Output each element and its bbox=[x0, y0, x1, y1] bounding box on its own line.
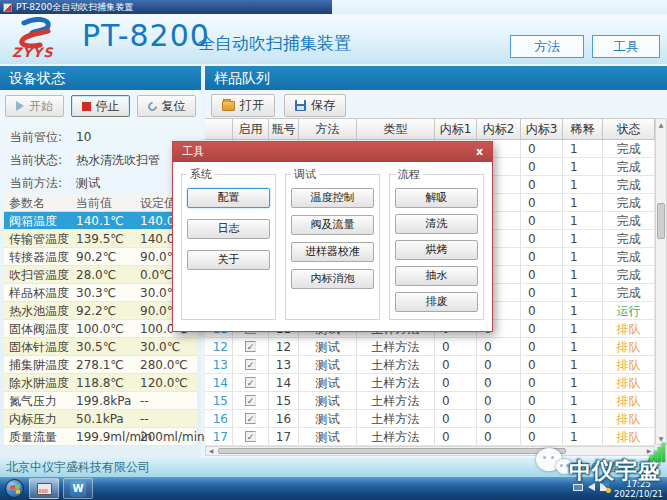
dialog-button[interactable]: 抽水 bbox=[395, 266, 478, 286]
queue-row[interactable]: 15✓15测试土样方法0001排队 bbox=[205, 392, 655, 410]
queue-row[interactable]: 13✓13测试土样方法0001排队 bbox=[205, 356, 655, 374]
status-cell: 完成 bbox=[603, 248, 655, 265]
param-name: 除水阱温度 bbox=[4, 374, 76, 391]
speaker-icon[interactable] bbox=[588, 483, 595, 491]
dialog-button[interactable]: 阀及流量 bbox=[291, 215, 374, 235]
stop-button[interactable]: 停止 bbox=[71, 95, 130, 117]
scroll-up-icon[interactable]: ▲ bbox=[656, 119, 666, 130]
is1-cell: 0 bbox=[435, 338, 477, 355]
keyboard-icon[interactable] bbox=[573, 484, 583, 491]
dialog-button[interactable]: 温度控制 bbox=[291, 188, 374, 208]
reset-button[interactable]: 复位 bbox=[137, 95, 196, 117]
dialog-group-0: 系统配置日志关于 bbox=[181, 174, 276, 320]
vertical-scroll-thumb[interactable] bbox=[657, 203, 665, 239]
queue-row[interactable]: 12✓12测试土样方法0001排队 bbox=[205, 338, 655, 356]
is1-cell: 0 bbox=[435, 356, 477, 373]
status-cell: 排队 bbox=[603, 356, 655, 373]
param-row[interactable]: 内标压力50.1kPa-- bbox=[4, 410, 197, 428]
param-row[interactable]: 转接器温度90.2℃90.0℃ bbox=[4, 248, 197, 266]
queue-row[interactable]: 16✓16测试土样方法0001排队 bbox=[205, 410, 655, 428]
dialog-button[interactable]: 排废 bbox=[395, 292, 478, 312]
queue-table-header: 启用 瓶号 方法 类型 内标1 内标2 内标3 稀释 状态 bbox=[205, 118, 655, 140]
queue-header-is3: 内标3 bbox=[521, 119, 563, 139]
param-set: 280.0℃ bbox=[140, 356, 195, 373]
param-row[interactable]: 吹扫管温度28.0℃0.0℃ bbox=[4, 266, 197, 284]
param-row[interactable]: 除水阱温度118.8℃120.0℃ bbox=[4, 374, 197, 392]
tools-dialog-titlebar[interactable]: 工具 x bbox=[173, 142, 492, 162]
taskbar-clock[interactable]: 17:25 2022/10/21 bbox=[614, 479, 663, 499]
queue-header-is1: 内标1 bbox=[435, 119, 477, 139]
start-button-orb[interactable] bbox=[5, 479, 24, 498]
tools-button[interactable]: 工具 bbox=[592, 35, 660, 58]
close-icon[interactable]: x bbox=[476, 143, 483, 161]
param-row[interactable]: 固体阀温度100.0℃100.0℃ bbox=[4, 320, 197, 338]
scroll-right-icon[interactable]: ▶ bbox=[644, 447, 654, 455]
enable-checkbox[interactable]: ✓ bbox=[233, 428, 269, 445]
checkbox-icon[interactable]: ✓ bbox=[245, 341, 256, 352]
is3-cell: 0 bbox=[521, 176, 563, 193]
status-cell: 排队 bbox=[603, 428, 655, 445]
taskbar-app-button[interactable] bbox=[29, 478, 59, 499]
comm-status: 通讯正常 bbox=[606, 458, 650, 477]
dialog-button[interactable]: 烘烤 bbox=[395, 240, 478, 260]
dialog-button[interactable]: 内标消泡 bbox=[291, 269, 374, 289]
queue-row[interactable]: 14✓14测试土样方法0001排队 bbox=[205, 374, 655, 392]
status-cell: 排队 bbox=[603, 392, 655, 409]
dialog-button[interactable]: 清洗 bbox=[395, 214, 478, 234]
w-app-icon: W bbox=[70, 481, 86, 497]
dialog-button[interactable]: 关于 bbox=[187, 250, 270, 270]
queue-header-enable: 启用 bbox=[233, 119, 269, 139]
scroll-left-icon[interactable]: ◀ bbox=[206, 447, 216, 455]
param-row[interactable]: 热水池温度92.2℃90.0℃ bbox=[4, 302, 197, 320]
param-current: 199.9ml/min bbox=[76, 428, 140, 445]
queue-row[interactable]: 17✓17测试土样方法0001排队 bbox=[205, 428, 655, 446]
dialog-button[interactable]: 日志 bbox=[187, 219, 270, 239]
save-button[interactable]: 保存 bbox=[284, 94, 346, 117]
method-cell: 测试 bbox=[299, 392, 357, 409]
method-button[interactable]: 方法 bbox=[510, 35, 584, 58]
open-button[interactable]: 打开 bbox=[211, 94, 275, 117]
dialog-button[interactable]: 解吸 bbox=[395, 188, 478, 208]
param-row[interactable]: 样品杯温度30.3℃30.0℃ bbox=[4, 284, 197, 302]
param-header-current: 当前值 bbox=[76, 194, 140, 211]
param-row[interactable]: 质量流量199.9ml/min200ml/min bbox=[4, 428, 197, 446]
enable-checkbox[interactable]: ✓ bbox=[233, 374, 269, 391]
network-icon[interactable] bbox=[600, 483, 609, 491]
status-code: 7160 bbox=[570, 458, 598, 477]
checkbox-icon[interactable]: ✓ bbox=[245, 395, 256, 406]
start-button[interactable]: 开始 bbox=[5, 95, 64, 117]
param-row[interactable]: 固体针温度30.5℃30.0℃ bbox=[4, 338, 197, 356]
checkbox-icon[interactable]: ✓ bbox=[245, 431, 256, 442]
horizontal-scrollbar[interactable]: ◀ ▶ bbox=[205, 446, 655, 456]
checkbox-icon[interactable]: ✓ bbox=[245, 359, 256, 370]
row-index: 14 bbox=[205, 374, 233, 391]
dilution-cell: 1 bbox=[563, 338, 603, 355]
param-row[interactable]: 传输管温度139.5℃140.0℃ bbox=[4, 230, 197, 248]
type-cell: 土样方法 bbox=[357, 392, 435, 409]
param-row[interactable]: 捕集阱温度278.1℃280.0℃ bbox=[4, 356, 197, 374]
start-button-label: 开始 bbox=[29, 98, 53, 115]
checkbox-icon[interactable]: ✓ bbox=[245, 377, 256, 388]
dialog-button[interactable]: 进样器校准 bbox=[291, 242, 374, 262]
bottle-number: 13 bbox=[269, 356, 299, 373]
param-row[interactable]: 氮气压力199.8kPa-- bbox=[4, 392, 197, 410]
status-cell: 完成 bbox=[603, 230, 655, 247]
param-set: 30.0℃ bbox=[140, 338, 195, 355]
tools-dialog: 工具 x 系统配置日志关于调试温度控制阀及流量进样器校准内标消泡流程解吸清洗烘烤… bbox=[172, 141, 493, 332]
is1-cell: 0 bbox=[435, 428, 477, 445]
param-row[interactable]: 阀箱温度140.1℃140.0℃ bbox=[4, 212, 197, 230]
checkbox-icon[interactable]: ✓ bbox=[245, 413, 256, 424]
queue-header-is2: 内标2 bbox=[477, 119, 521, 139]
enable-checkbox[interactable]: ✓ bbox=[233, 338, 269, 355]
enable-checkbox[interactable]: ✓ bbox=[233, 356, 269, 373]
scroll-down-icon[interactable]: ▼ bbox=[656, 433, 666, 444]
is3-cell: 0 bbox=[521, 356, 563, 373]
enable-checkbox[interactable]: ✓ bbox=[233, 410, 269, 427]
horizontal-scroll-thumb[interactable] bbox=[218, 448, 566, 454]
dialog-button[interactable]: 配置 bbox=[187, 188, 270, 208]
vertical-scrollbar[interactable]: ▲ ▼ bbox=[655, 118, 667, 445]
dilution-cell: 1 bbox=[563, 320, 603, 337]
dilution-cell: 1 bbox=[563, 428, 603, 445]
enable-checkbox[interactable]: ✓ bbox=[233, 392, 269, 409]
taskbar-w-button[interactable]: W bbox=[63, 478, 93, 499]
